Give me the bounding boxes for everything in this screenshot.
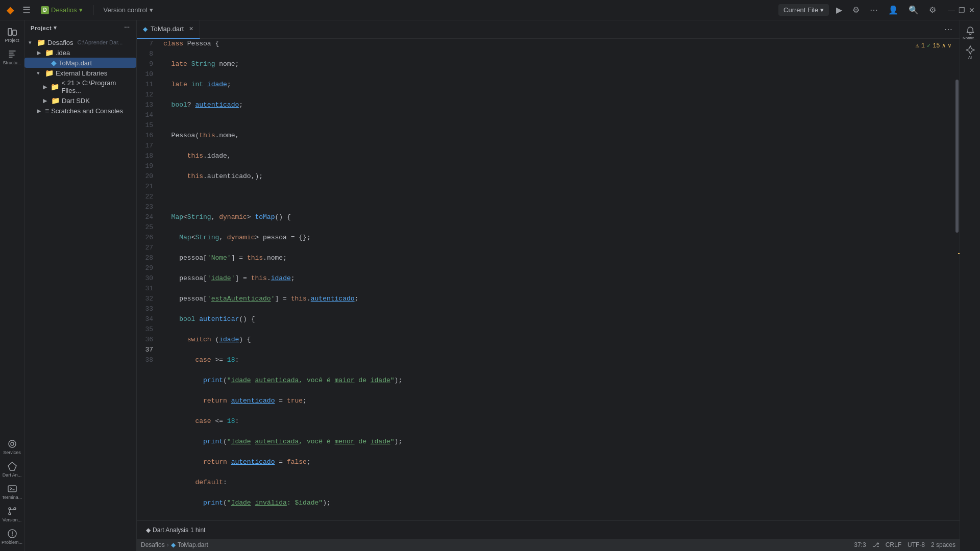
breadcrumb-file[interactable]: ToMap.dart (178, 541, 208, 548)
main-layout: Project Structu... Services Dart An... (0, 20, 980, 551)
profile-icon[interactable]: 👤 (885, 3, 901, 17)
run-button[interactable]: ▶ (833, 3, 845, 17)
search-icon[interactable]: 🔍 (905, 3, 922, 17)
breadcrumb: Desafios › ◆ ToMap.dart (141, 541, 208, 548)
sidebar-header: Project ▾ ⋯ (24, 20, 136, 35)
tree-label-desafios: Desafios (47, 39, 74, 46)
scroll-thumb[interactable] (955, 80, 959, 233)
title-bar: ◆ ☰ D Desafios ▾ Version control ▾ Curre… (0, 0, 980, 20)
notifications-label: Notific... (963, 36, 977, 40)
desafios-path: C:\Aprender Dar... (78, 39, 123, 45)
dart-analysis-tab-icon: ◆ (146, 527, 151, 534)
debug-button[interactable]: ⚙ (849, 3, 863, 17)
separator (93, 5, 93, 15)
tree-item-tomap[interactable]: ▶ ◆ ToMap.dart (24, 58, 136, 68)
version-control-label: Version... (3, 517, 22, 522)
scroll-marker (958, 253, 960, 254)
dart-icon-tomap: ◆ (51, 59, 57, 67)
hint-count-badge: 1 hint (190, 527, 205, 534)
tree-arrow-dart-sdk: ▶ (43, 97, 49, 104)
restore-button[interactable]: ❐ (958, 6, 966, 14)
project-header-chevron-icon: ▾ (54, 24, 57, 31)
tree-arrow-scratches: ▶ (37, 108, 43, 114)
tree-item-21[interactable]: ▶ 📁 < 21 > C:\Program Files... (24, 78, 136, 95)
tree-label-dart-sdk: Dart SDK (62, 97, 90, 105)
settings-icon[interactable]: ⚙ (926, 3, 939, 17)
tab-close-button[interactable]: ✕ (189, 26, 193, 32)
tree-arrow-idea: ▶ (37, 49, 43, 56)
editor-content[interactable]: 7 8 9 10 11 12 13 14 15 16 17 18 19 20 2… (137, 39, 960, 520)
tree-label-external-libs: External Libraries (56, 69, 107, 77)
window-controls: — ❐ ✕ (947, 6, 976, 14)
svg-point-3 (11, 442, 14, 445)
current-file-label: Current File (783, 6, 818, 14)
project-header-label: Project (31, 25, 52, 31)
close-button[interactable]: ✕ (968, 6, 976, 14)
more-options-icon[interactable]: ⋯ (867, 3, 881, 17)
code-editor[interactable]: class Pessoa { late String nome; late in… (159, 39, 960, 520)
activity-bar: Project Structu... Services Dart An... (0, 20, 24, 551)
tab-bar-more-icon[interactable]: ⋯ (941, 23, 955, 36)
svg-point-2 (9, 440, 16, 447)
warning-icon: ⚠ (915, 41, 919, 51)
tree-item-dart-sdk[interactable]: ▶ 📁 Dart SDK (24, 95, 136, 106)
sidebar-item-project[interactable]: Project (2, 24, 22, 45)
status-right: 37:3 ⎇ CRLF UTF-8 2 spaces (854, 541, 955, 548)
dart-analysis-tab[interactable]: ◆ Dart Analysis 1 hint (143, 524, 208, 536)
collapse-icon[interactable]: ∨ (948, 41, 951, 51)
folder-icon-dart-sdk: 📁 (51, 96, 60, 105)
sidebar-more-icon[interactable]: ⋯ (124, 24, 130, 31)
tree-arrow-21: ▶ (43, 84, 48, 90)
current-file-button[interactable]: Current File ▾ (778, 4, 829, 16)
version-control-selector[interactable]: Version control ▾ (100, 4, 157, 16)
tree-arrow-external-libs: ▾ (37, 70, 43, 77)
folder-icon-idea: 📁 (45, 48, 54, 57)
folder-icon-external-libs: 📁 (45, 69, 54, 77)
encoding-selector[interactable]: UTF-8 (908, 541, 925, 548)
line-ending-selector[interactable]: CRLF (886, 541, 901, 548)
svg-rect-1 (13, 30, 16, 35)
vc-chevron-icon: ▾ (150, 6, 153, 14)
project-selector[interactable]: D Desafios ▾ (37, 4, 87, 16)
minimize-button[interactable]: — (947, 6, 955, 14)
position-indicator[interactable]: 37:3 (854, 541, 866, 548)
scratches-icon: ≡ (45, 107, 49, 115)
check-count: 15 (933, 41, 940, 51)
tree-item-scratches[interactable]: ▶ ≡ Scratches and Consoles (24, 106, 136, 116)
terminal-label: Termina... (2, 495, 22, 500)
expand-icon[interactable]: ∧ (942, 41, 946, 51)
breadcrumb-project[interactable]: Desafios (141, 541, 165, 548)
folder-icon-21: 📁 (51, 83, 59, 91)
sidebar-item-problems[interactable]: Problem... (2, 527, 22, 547)
svg-rect-0 (8, 29, 12, 35)
tree-item-idea[interactable]: ▶ 📁 .idea (24, 47, 136, 58)
tree-arrow-desafios: ▾ (29, 39, 35, 46)
status-left: Desafios › ◆ ToMap.dart (141, 541, 208, 548)
services-label: Services (3, 450, 21, 455)
sidebar-item-services[interactable]: Services (2, 437, 22, 457)
tab-tomap[interactable]: ◆ ToMap.dart ✕ (137, 20, 200, 39)
git-icon[interactable]: ⎇ (872, 541, 879, 548)
tab-dart-icon: ◆ (143, 26, 148, 33)
sidebar-item-terminal[interactable]: Termina... (2, 482, 22, 502)
sidebar-item-dart-analysis[interactable]: Dart An... (2, 459, 22, 480)
status-bar: Desafios › ◆ ToMap.dart 37:3 ⎇ CRLF UTF-… (137, 539, 960, 551)
ai-button[interactable]: AI (962, 44, 979, 61)
app-logo: ◆ (4, 4, 16, 16)
breadcrumb-dart-icon: ◆ (171, 541, 176, 548)
line-numbers: 7 8 9 10 11 12 13 14 15 16 17 18 19 20 2… (137, 39, 159, 520)
tree-label-scratches: Scratches and Consoles (51, 107, 123, 115)
scrollbar[interactable] (954, 39, 960, 520)
menu-icon[interactable]: ☰ (20, 3, 33, 18)
structure-label: Structu... (3, 60, 21, 65)
current-file-chevron-icon: ▾ (820, 6, 824, 14)
tree-item-external-libs[interactable]: ▾ 📁 External Libraries (24, 68, 136, 78)
notifications-button[interactable]: Notific... (962, 24, 979, 42)
sidebar-item-version-control[interactable]: Version... (2, 504, 22, 524)
indent-selector[interactable]: 2 spaces (931, 541, 955, 548)
breadcrumb-sep1: › (167, 541, 169, 548)
tree-item-desafios[interactable]: ▾ 📁 Desafios C:\Aprender Dar... (24, 37, 136, 47)
tree-label-21: < 21 > C:\Program Files... (61, 79, 134, 94)
tree-label-tomap: ToMap.dart (59, 59, 92, 67)
sidebar-item-structure[interactable]: Structu... (2, 47, 22, 67)
